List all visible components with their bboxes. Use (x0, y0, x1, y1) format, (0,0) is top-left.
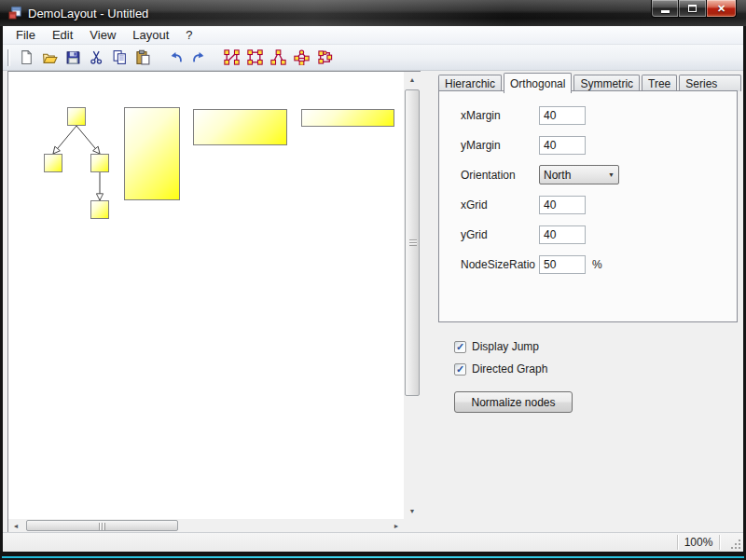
checkbox-directed-graph[interactable]: ✓Directed Graph (454, 362, 547, 376)
ygrid-label: yGrid (461, 228, 539, 241)
open-folder-button[interactable] (38, 47, 62, 68)
graph-node-1[interactable] (44, 154, 62, 172)
orientation-value: North (540, 169, 604, 182)
checkbox-label: Display Jump (472, 340, 539, 353)
layout-symmetric-button[interactable] (290, 47, 313, 68)
save-button[interactable] (62, 47, 85, 68)
horizontal-scroll-thumb[interactable] (26, 520, 178, 531)
tabpage-orthogonal: xMargin yMargin Orientation North ▼ xGri… (438, 90, 738, 322)
minimize-icon (661, 10, 670, 13)
maximize-button[interactable] (679, 0, 706, 18)
resize-grip-icon (730, 539, 741, 550)
paste-icon (135, 49, 151, 65)
checkbox-display-jump[interactable]: ✓Display Jump (454, 339, 539, 354)
maximize-icon (688, 5, 697, 12)
canvas-draw-area[interactable] (8, 72, 404, 519)
normalize-nodes-button[interactable]: Normalize nodes (454, 391, 573, 413)
menu-item-layout[interactable]: Layout (124, 26, 177, 44)
scroll-right-icon: ► (394, 523, 400, 529)
checkbox-label: Directed Graph (472, 362, 547, 376)
save-icon (65, 49, 81, 65)
layout-hierarchic-button[interactable] (220, 47, 243, 68)
new-document-icon (19, 49, 35, 65)
statusbar-spacer (3, 533, 677, 552)
tab-hierarchic[interactable]: Hierarchic (438, 75, 502, 91)
scroll-right-button[interactable]: ► (389, 519, 404, 532)
toolbar-grip[interactable] (7, 49, 10, 66)
tab-symmetric[interactable]: Symmetric (573, 75, 640, 91)
cut-icon (89, 49, 104, 65)
field-ygrid: yGrid (461, 225, 586, 244)
toolbar (3, 45, 743, 71)
tabstrip: HierarchicOrthogonalSymmetricTreeSeries … (438, 73, 743, 91)
orientation-select[interactable]: North ▼ (539, 165, 619, 184)
field-nodesizeratio: NodeSizeRatio % (461, 254, 602, 274)
open-folder-icon (42, 49, 58, 65)
graph-node-0[interactable] (67, 107, 86, 126)
ygrid-input[interactable] (539, 225, 586, 244)
graph-node-3[interactable] (90, 200, 109, 219)
xmargin-label: xMargin (461, 109, 539, 122)
titlebar[interactable]: DemoLayout - Untitled ✕ (0, 0, 746, 26)
orientation-label: Orientation (461, 169, 539, 182)
checkbox-icon: ✓ (454, 341, 466, 353)
graph-node-6[interactable] (301, 109, 394, 127)
nodesizeratio-label: NodeSizeRatio (461, 258, 539, 271)
undo-button[interactable] (164, 47, 187, 68)
nodesizeratio-input[interactable] (539, 255, 586, 274)
horizontal-scrollbar[interactable]: ◄ ► (8, 519, 404, 532)
window-body: FileEditViewLayout? ▲ ▼ ◄ ► Hierarchic (3, 26, 743, 552)
client-area: ▲ ▼ ◄ ► HierarchicOrthogonalSymmetricTre… (3, 71, 743, 532)
close-icon: ✕ (717, 4, 725, 14)
menu-item-edit[interactable]: Edit (44, 26, 81, 44)
menu-item-view[interactable]: View (81, 26, 124, 44)
scroll-down-button[interactable]: ▼ (404, 503, 421, 519)
close-button[interactable]: ✕ (706, 0, 737, 18)
graph-canvas[interactable]: ▲ ▼ ◄ ► (7, 71, 421, 532)
vertical-scroll-thumb[interactable] (405, 89, 420, 396)
field-xmargin: xMargin (461, 105, 586, 125)
cut-button[interactable] (85, 47, 108, 68)
menu-item-file[interactable]: File (7, 26, 44, 44)
percent-label: % (592, 258, 602, 271)
scroll-up-icon: ▲ (409, 76, 416, 83)
statusbar: 100% (3, 532, 743, 552)
layout-orthogonal-icon (247, 49, 263, 65)
window-title: DemoLayout - Untitled (28, 7, 148, 20)
app-window: DemoLayout - Untitled ✕ FileEditViewLayo… (0, 0, 746, 560)
redo-button[interactable] (187, 47, 211, 68)
ymargin-input[interactable] (539, 136, 586, 155)
scroll-left-button[interactable]: ◄ (8, 519, 23, 532)
copy-button[interactable] (108, 47, 131, 68)
graph-node-2[interactable] (90, 154, 109, 172)
vertical-scrollbar[interactable]: ▲ ▼ (404, 72, 421, 519)
ymargin-label: yMargin (461, 139, 539, 152)
graph-node-5[interactable] (193, 109, 287, 145)
xgrid-input[interactable] (539, 196, 586, 214)
layout-orthogonal-button[interactable] (243, 47, 267, 68)
tab-tree[interactable]: Tree (642, 75, 677, 91)
menubar: FileEditViewLayout? (3, 26, 743, 45)
chevron-down-icon: ▼ (604, 171, 618, 178)
layout-tree-button[interactable] (267, 47, 290, 68)
xmargin-input[interactable] (539, 106, 586, 125)
new-document-button[interactable] (15, 47, 38, 68)
paste-button[interactable] (131, 47, 155, 68)
layout-series-parallel-button[interactable] (313, 47, 337, 68)
copy-icon (112, 49, 128, 65)
scroll-up-button[interactable]: ▲ (404, 72, 421, 88)
resize-grip[interactable] (720, 533, 743, 552)
tab-series-parallel[interactable]: Series Parallel (679, 75, 741, 91)
layout-series-parallel-icon (317, 49, 333, 65)
thumb-grip-icon (409, 239, 417, 246)
menu-item-help[interactable]: ? (177, 26, 200, 44)
toolbar-separator (211, 48, 220, 68)
redo-icon (191, 49, 207, 65)
scroll-track[interactable] (178, 519, 389, 532)
minimize-button[interactable] (651, 0, 679, 18)
graph-node-4[interactable] (124, 107, 180, 200)
tab-orthogonal[interactable]: Orthogonal (504, 73, 572, 93)
undo-icon (168, 49, 184, 65)
scroll-down-icon: ▼ (409, 508, 416, 514)
field-xgrid: xGrid (461, 195, 586, 214)
